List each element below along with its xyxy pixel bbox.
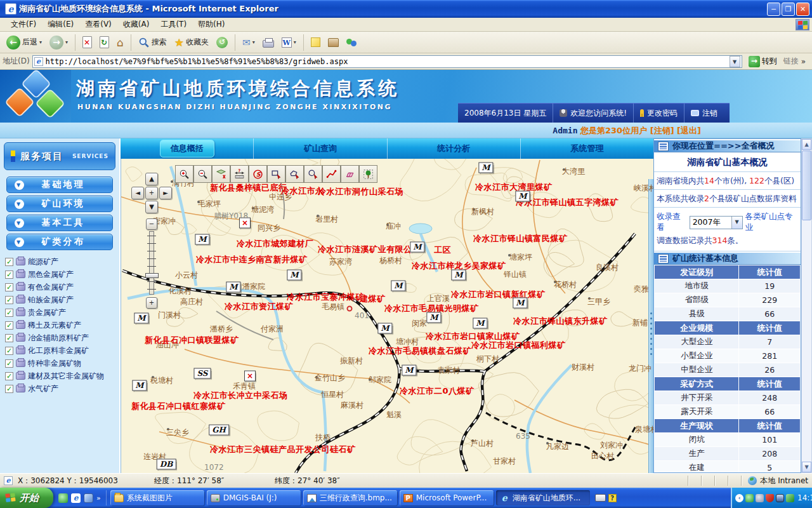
layer-checkbox[interactable]: ✓ xyxy=(5,347,13,355)
sidebar-menu-矿类分布[interactable]: ▼矿类分布 xyxy=(6,234,113,250)
mine-point-marker[interactable]: M xyxy=(287,270,301,281)
layer-checkbox[interactable]: ✓ xyxy=(5,334,13,342)
quick-launch-more-icon[interactable]: » xyxy=(96,494,101,502)
circle-marker-icon[interactable] xyxy=(347,306,353,312)
pan-center-button[interactable]: + xyxy=(145,187,158,199)
mine-point-marker[interactable]: M xyxy=(195,234,209,245)
home-button[interactable]: ⌂ xyxy=(114,35,126,50)
menu-item[interactable]: 工具(T) xyxy=(155,18,192,30)
zoom-in-slider-button[interactable]: + xyxy=(146,297,157,309)
minimize-button[interactable]: ─ xyxy=(767,3,780,16)
pan-down-button[interactable]: ▼ xyxy=(145,201,158,213)
zoom-slider-handle[interactable] xyxy=(145,273,159,278)
links-menu[interactable]: 链接» xyxy=(783,56,809,67)
tab-信息概括[interactable]: 信息概括 xyxy=(121,138,254,159)
menu-item[interactable]: 帮助(H) xyxy=(192,18,230,30)
tab-系统管理[interactable]: 系统管理 xyxy=(521,138,653,159)
layer-checkbox[interactable]: ✓ xyxy=(5,258,13,266)
tray-volume-icon[interactable] xyxy=(756,494,764,502)
layer-checkbox[interactable]: ✓ xyxy=(5,283,13,291)
address-input[interactable]: e http://localhost/%e7%9f%bf%e5%b1%b1%e5… xyxy=(32,55,742,68)
taskbar-task-ie[interactable]: e湖南省矿山地质环... xyxy=(496,490,590,505)
zoom-out-slider-button[interactable]: − xyxy=(146,218,157,230)
back-dropdown-icon[interactable]: ▾ xyxy=(39,39,42,45)
mail-button[interactable]: ✉▾ xyxy=(240,36,258,50)
help-icon[interactable]: ? xyxy=(608,494,617,502)
sidebar-menu-矿山环境[interactable]: ▼矿山环境 xyxy=(6,196,113,212)
start-button[interactable]: 开始 xyxy=(0,488,53,508)
mine-point-marker[interactable]: GH xyxy=(209,425,229,436)
mine-point-marker[interactable]: M xyxy=(451,270,466,281)
sidebar-menu-基本工具[interactable]: ▼基本工具 xyxy=(6,215,113,231)
quick-launch-ie-icon[interactable]: e xyxy=(71,493,81,503)
go-button[interactable]: →转到 xyxy=(745,55,781,68)
menu-item[interactable]: 文件(F) xyxy=(5,18,42,30)
tray-network-icon[interactable] xyxy=(745,494,754,502)
mine-point-marker[interactable]: M xyxy=(426,312,441,323)
edit-word-button[interactable]: W▾ xyxy=(279,36,299,49)
taskbar-task-image[interactable]: 三维行政查询.bmp... xyxy=(303,490,397,505)
layer-checkbox[interactable]: ✓ xyxy=(5,309,13,317)
map-tool-layer-tree[interactable] xyxy=(359,165,377,183)
mine-point-marker[interactable]: M xyxy=(410,242,424,253)
mine-point-marker[interactable]: SS xyxy=(193,368,211,379)
quick-launch-desktop-icon[interactable] xyxy=(84,493,93,503)
scroll-up-icon[interactable]: ▲ xyxy=(802,139,811,150)
mine-point-marker[interactable]: M xyxy=(377,323,392,334)
layer-checkbox[interactable]: ✓ xyxy=(5,359,13,368)
map-tool-zoom-out[interactable] xyxy=(193,165,212,183)
back-button[interactable]: ←后退▾ xyxy=(4,34,44,51)
map-tool-scale[interactable]: S xyxy=(249,165,267,183)
keyboard-icon[interactable] xyxy=(595,494,606,502)
close-marker-icon[interactable]: × xyxy=(244,371,256,382)
tab-统计分析[interactable]: 统计分析 xyxy=(388,138,521,159)
close-button[interactable]: ✕ xyxy=(796,3,809,16)
menu-item[interactable]: 收藏(A) xyxy=(117,18,155,30)
map-tool-zoom-in[interactable] xyxy=(175,165,193,183)
taskbar-task-folder[interactable]: 系统截图图片 xyxy=(110,490,204,505)
mine-point-marker[interactable]: M xyxy=(478,163,493,173)
quick-launch-msn-icon[interactable] xyxy=(58,493,68,503)
tray-display-icon[interactable] xyxy=(776,494,784,502)
mine-point-marker[interactable]: M xyxy=(402,365,416,376)
scroll-thumb[interactable] xyxy=(802,150,811,220)
logout-text-link[interactable]: [注销] xyxy=(650,126,674,135)
panel-scrollbar[interactable]: ▲ ▼ xyxy=(801,138,812,473)
map-tool-select-circle[interactable] xyxy=(304,165,322,183)
menu-item[interactable]: 编辑(E) xyxy=(42,18,79,30)
taskbar-task-drive[interactable]: DMGIS-BAI (J:) xyxy=(207,490,301,505)
layer-checkbox[interactable]: ✓ xyxy=(5,385,13,393)
pan-right-button[interactable]: ► xyxy=(159,187,172,199)
mine-point-marker[interactable]: M xyxy=(132,380,147,391)
map-tool-select-polygon[interactable] xyxy=(285,165,304,183)
notes-button[interactable] xyxy=(308,36,323,48)
forward-button[interactable]: →▾ xyxy=(47,34,70,51)
pan-left-button[interactable]: ◄ xyxy=(131,187,144,199)
layer-checkbox[interactable]: ✓ xyxy=(5,296,13,304)
search-button[interactable]: 搜索 xyxy=(136,36,169,50)
messenger-button[interactable] xyxy=(344,36,360,49)
mine-point-marker[interactable]: M xyxy=(226,282,240,293)
mine-point-marker[interactable]: M xyxy=(473,318,487,329)
year-select[interactable]: 2007年 ▼ xyxy=(690,216,743,229)
year-select-arrow-icon[interactable]: ▼ xyxy=(731,217,742,229)
print-button[interactable] xyxy=(260,36,277,49)
tab-矿山查询[interactable]: 矿山查询 xyxy=(254,138,387,159)
history-button[interactable]: ↺ xyxy=(214,36,230,50)
layer-checkbox[interactable]: ✓ xyxy=(5,321,13,330)
exit-text-link[interactable]: [退出] xyxy=(677,126,701,135)
mine-point-marker[interactable]: DB xyxy=(157,459,176,470)
maximize-button[interactable]: ❐ xyxy=(782,3,795,16)
taskbar-task-powerpoint[interactable]: PMicrosoft PowerP... xyxy=(400,490,494,505)
menu-item[interactable]: 查看(V) xyxy=(79,18,117,30)
pan-up-button[interactable]: ▲ xyxy=(145,173,158,185)
map-canvas[interactable]: 满竹村毛家坪中连乡塘泥湾腊树Y018岩里村密家冲同兴乡庙冲苏家湾杨桥村新枫村大湾… xyxy=(121,159,653,473)
change-password-link[interactable]: 更改密码 xyxy=(634,104,684,123)
layer-checkbox[interactable]: ✓ xyxy=(5,271,13,279)
mine-point-marker[interactable]: M xyxy=(134,313,148,324)
research-button[interactable] xyxy=(325,37,341,48)
tray-security-shield-icon[interactable] xyxy=(766,494,774,502)
favorites-button[interactable]: ★收藏夹 xyxy=(172,35,211,50)
logout-link[interactable]: 注销 xyxy=(684,104,724,123)
stop-button[interactable]: ✕ xyxy=(80,35,95,50)
